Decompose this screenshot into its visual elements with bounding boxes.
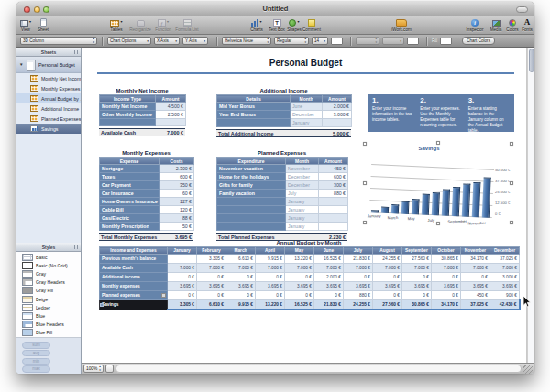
cell[interactable]: 3.695 € (432, 282, 461, 291)
cell[interactable]: December (286, 181, 319, 190)
cell[interactable] (168, 255, 197, 264)
column-header[interactable]: April (256, 247, 285, 255)
column-header[interactable]: September (402, 247, 432, 255)
cell[interactable]: 600 € (319, 173, 348, 181)
selection-handle[interactable] (436, 141, 440, 145)
cell[interactable]: 3.305 € (168, 300, 197, 310)
cell[interactable]: 42.430 € (490, 300, 520, 310)
function-pill-max[interactable]: max (22, 365, 50, 373)
cell[interactable]: 0 € (432, 291, 461, 300)
function-pill-avg[interactable]: avg (22, 350, 50, 357)
style-item-gray-fill[interactable]: Gray Fill (16, 287, 81, 295)
panel-splitter-icon[interactable] (74, 50, 79, 54)
row-grabber-handle[interactable] (161, 293, 166, 298)
cell[interactable]: 450 € (461, 291, 490, 300)
column-header[interactable]: November (461, 247, 490, 255)
selection-handle[interactable] (363, 181, 367, 185)
cell[interactable]: January (291, 119, 323, 127)
cell[interactable]: 350 € (160, 181, 194, 190)
cell[interactable]: 7.000 € (344, 264, 373, 273)
vertical-scrollbar[interactable] (527, 48, 534, 363)
chart-bar[interactable] (412, 199, 420, 215)
sidebar-item-annual-budget-by-[interactable]: Annual Budget by ... (16, 93, 81, 103)
cell[interactable]: 6.610 € (197, 300, 226, 310)
sidebar-item-monthly-expenses[interactable]: Monthly Expenses (16, 83, 81, 93)
cell[interactable]: January (286, 214, 319, 223)
column-header[interactable]: Details (217, 95, 291, 103)
cell[interactable]: Mortgage (100, 165, 160, 173)
chart-bar[interactable] (482, 177, 491, 217)
cell[interactable]: 2.000 € (314, 273, 344, 282)
cell[interactable]: 21.830 € (344, 255, 373, 264)
cell[interactable] (319, 214, 348, 223)
titlebar[interactable]: Untitled (16, 2, 534, 16)
sheets-panel-header[interactable]: Sheets (16, 48, 81, 57)
cell[interactable]: 30.865 € (432, 255, 461, 264)
toolbar-toggle-button[interactable] (516, 6, 528, 13)
cell[interactable]: Gifts for family (217, 181, 286, 190)
cell[interactable]: 16.525 € (285, 300, 314, 310)
cell[interactable]: 900 € (490, 291, 520, 300)
cell[interactable]: 0 € (285, 273, 314, 282)
row-label-cell[interactable]: Savings (100, 300, 168, 310)
cell[interactable]: 50 € (160, 223, 194, 231)
chart-type-select[interactable]: 3D Column▴▾ (20, 37, 97, 45)
cell[interactable]: Monthly Prescription (100, 223, 160, 231)
chart-options-select[interactable]: Chart Options▾ (107, 37, 151, 45)
cell[interactable]: 16.525 € (314, 255, 344, 264)
cell[interactable] (323, 119, 352, 127)
column-header[interactable]: Month (286, 158, 319, 165)
cell[interactable]: 9.915 € (256, 255, 285, 264)
cell[interactable]: 27.560 € (373, 300, 402, 310)
cell[interactable]: 21.830 € (314, 300, 344, 310)
cell[interactable]: 7.000 € (373, 264, 402, 273)
cell[interactable]: 3.695 € (344, 282, 373, 291)
x-axis-select[interactable]: X Axis▾ (154, 37, 180, 45)
cell[interactable]: 3.000 € (490, 273, 520, 282)
font-style-select[interactable]: Regular▴▾ (274, 37, 309, 45)
chart-bar[interactable] (462, 184, 471, 217)
cell[interactable] (217, 214, 286, 223)
cell[interactable] (217, 223, 286, 231)
cell[interactable]: 7.000 € (285, 264, 314, 273)
cell[interactable]: 24.255 € (373, 255, 402, 264)
cell[interactable]: Year End Bonus (217, 111, 291, 119)
cell[interactable]: Cable Bill (100, 206, 160, 214)
row-selection-handle[interactable] (100, 303, 104, 307)
cell[interactable]: December (291, 111, 323, 119)
cell[interactable]: 2.000 € (323, 103, 352, 111)
selection-handle[interactable] (363, 142, 367, 146)
chart-bar[interactable] (452, 187, 460, 216)
function-pill-sum[interactable]: sum (22, 342, 50, 349)
cell[interactable]: 7.000 € (432, 264, 461, 273)
fill-color-well[interactable] (440, 38, 452, 45)
panel-splitter-icon[interactable] (74, 245, 79, 249)
style-item-basic[interactable]: Basic (16, 253, 81, 261)
disclosure-triangle-icon[interactable]: ▼ (19, 62, 24, 67)
zoom-button[interactable] (43, 6, 50, 13)
chart-bar[interactable] (371, 210, 379, 213)
cell[interactable]: 0 € (373, 291, 402, 300)
cell[interactable]: January (286, 198, 319, 206)
chart-bar[interactable] (422, 194, 430, 215)
cell[interactable]: Other Monthly Income (100, 111, 156, 119)
style-item-gray-headers[interactable]: Gray Headers (16, 278, 81, 287)
vertical-scroll-thumb[interactable] (529, 49, 534, 72)
cell[interactable]: 450 € (319, 165, 348, 173)
selection-handle[interactable] (510, 142, 513, 146)
chart-bar[interactable] (442, 190, 450, 216)
column-header[interactable]: July (344, 247, 373, 255)
selection-handle[interactable] (510, 181, 513, 185)
selection-handle[interactable] (363, 221, 367, 224)
cell[interactable]: 3.000 € (323, 111, 352, 119)
chart-colors-button[interactable]: Chart Colors (462, 37, 495, 45)
column-header[interactable]: Costs (160, 158, 194, 165)
column-header[interactable]: February (197, 247, 226, 255)
font-size-select[interactable]: 14▾ (312, 37, 328, 45)
toolbar-fonts[interactable]: AFonts (510, 17, 534, 32)
border-color-well[interactable] (407, 38, 419, 45)
savings-chart[interactable]: SavingsJanuaryMarchMayJulySeptemberNovem… (365, 144, 512, 226)
text-color-well[interactable] (331, 38, 343, 45)
cell[interactable]: 880 € (319, 190, 348, 198)
selection-handle[interactable] (436, 222, 440, 225)
